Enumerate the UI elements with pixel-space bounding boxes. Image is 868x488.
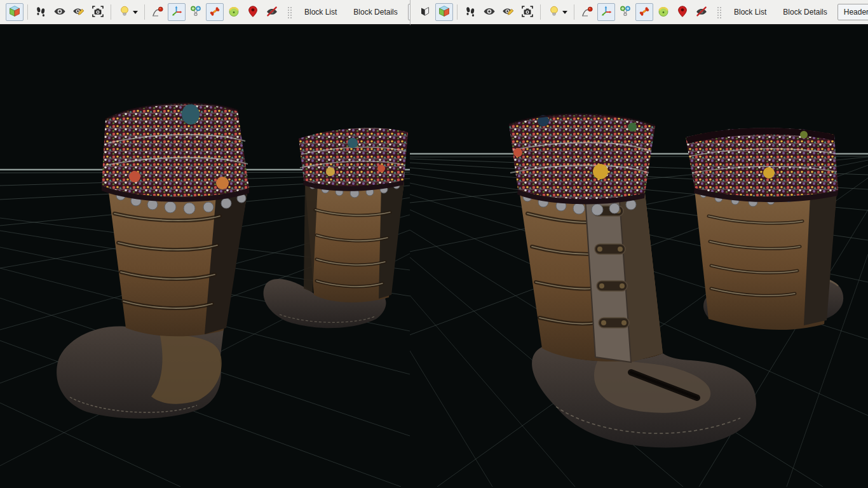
view-cube-icon bbox=[8, 5, 21, 20]
bone-icon bbox=[208, 5, 221, 20]
left-scene bbox=[0, 25, 410, 487]
dual-3d-viewer: Block List Block Details Header Inspecto… bbox=[0, 0, 868, 488]
light-dropdown-button[interactable] bbox=[115, 3, 140, 21]
axis-gizmo-icon bbox=[600, 5, 613, 20]
hide-button[interactable] bbox=[263, 3, 281, 21]
separator bbox=[144, 4, 145, 20]
bounce-icon bbox=[151, 5, 164, 20]
eye-icon bbox=[53, 5, 66, 20]
bounce-icon bbox=[581, 5, 593, 20]
flip-book-icon bbox=[419, 5, 431, 20]
view-button[interactable] bbox=[51, 3, 69, 21]
block-details-button[interactable]: Block Details bbox=[776, 4, 833, 20]
joints-button[interactable] bbox=[187, 3, 205, 21]
camera-icon bbox=[521, 5, 534, 20]
joints-icon bbox=[619, 5, 632, 20]
eye-slash-icon bbox=[266, 5, 278, 20]
block-list-button[interactable]: Block List bbox=[298, 4, 343, 20]
chevron-down-icon bbox=[562, 11, 567, 14]
location-pin-button[interactable] bbox=[244, 3, 262, 21]
hide-button[interactable] bbox=[693, 3, 710, 21]
view-cube-icon bbox=[438, 5, 451, 20]
bone-button[interactable] bbox=[635, 3, 653, 21]
right-toolbar: Block List Block Details Header Inspecto… bbox=[410, 0, 868, 25]
walk-button[interactable] bbox=[32, 3, 50, 21]
right-panel: Block List Block Details Header Inspecto… bbox=[410, 0, 868, 488]
bulb-icon bbox=[548, 5, 560, 20]
axis-gizmo-icon bbox=[170, 5, 183, 20]
chevron-down-icon bbox=[133, 11, 138, 14]
joints-button[interactable] bbox=[616, 3, 634, 21]
left-toolbar: Block List Block Details Header Inspecto… bbox=[0, 0, 410, 25]
bounce-button[interactable] bbox=[578, 3, 596, 21]
separator bbox=[457, 4, 458, 20]
right-boot-small bbox=[686, 128, 843, 330]
gizmo-button[interactable] bbox=[597, 3, 615, 21]
eye-pencil-icon bbox=[72, 5, 85, 20]
annotate-view-button[interactable] bbox=[499, 3, 517, 21]
camera-icon bbox=[92, 5, 104, 20]
footsteps-icon bbox=[34, 5, 47, 20]
view-button[interactable] bbox=[480, 3, 498, 21]
eye-pencil-icon bbox=[502, 5, 515, 20]
light-dropdown-button[interactable] bbox=[545, 3, 570, 21]
gizmo-button[interactable] bbox=[168, 3, 186, 21]
capture-button[interactable] bbox=[519, 3, 536, 21]
green-disc-icon bbox=[657, 5, 670, 20]
left-boot-large bbox=[57, 104, 249, 419]
walk-button[interactable] bbox=[461, 3, 479, 21]
view-cube-button[interactable] bbox=[6, 3, 24, 21]
block-list-button[interactable]: Block List bbox=[728, 4, 773, 20]
map-pin-icon bbox=[247, 5, 259, 20]
right-scene bbox=[410, 25, 868, 487]
separator bbox=[540, 4, 541, 20]
right-3d-viewport[interactable] bbox=[410, 25, 868, 488]
eye-slash-icon bbox=[695, 5, 708, 20]
separator bbox=[574, 4, 574, 20]
green-disc-icon bbox=[227, 5, 240, 20]
left-boot-small bbox=[264, 128, 408, 328]
bulb-icon bbox=[118, 5, 131, 20]
flip-book-button[interactable] bbox=[416, 3, 434, 21]
header-button[interactable]: Header bbox=[837, 4, 868, 20]
toolbar-grip[interactable] bbox=[287, 6, 292, 18]
toolbar-grip[interactable] bbox=[716, 6, 722, 18]
block-details-button[interactable]: Block Details bbox=[347, 4, 403, 20]
spin-marker-button[interactable] bbox=[654, 3, 672, 21]
separator bbox=[111, 4, 111, 20]
map-pin-icon bbox=[676, 5, 689, 20]
annotate-view-button[interactable] bbox=[70, 3, 88, 21]
capture-button[interactable] bbox=[89, 3, 107, 21]
view-cube-button[interactable] bbox=[435, 3, 453, 21]
bone-button[interactable] bbox=[206, 3, 224, 21]
separator bbox=[27, 4, 28, 20]
bounce-button[interactable] bbox=[149, 3, 166, 21]
left-3d-viewport[interactable] bbox=[0, 25, 410, 488]
spin-marker-button[interactable] bbox=[225, 3, 243, 21]
left-panel: Block List Block Details Header Inspecto… bbox=[0, 0, 410, 488]
footsteps-icon bbox=[464, 5, 477, 20]
eye-icon bbox=[483, 5, 496, 20]
joints-icon bbox=[189, 5, 202, 20]
location-pin-button[interactable] bbox=[674, 3, 691, 21]
bone-icon bbox=[638, 5, 651, 20]
